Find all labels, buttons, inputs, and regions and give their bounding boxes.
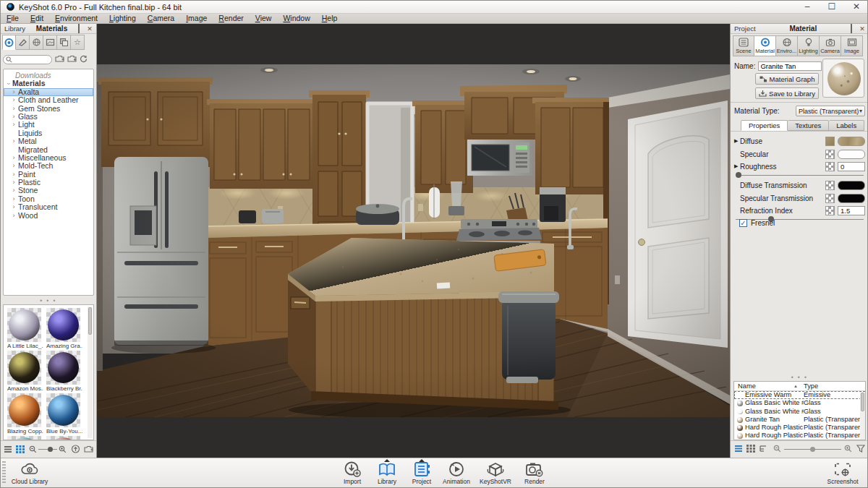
tree-item-plastic[interactable]: ›Plastic [4, 179, 93, 187]
zoom-in-icon[interactable] [59, 443, 67, 456]
material-row[interactable]: Glass Basic White #1 Glass [734, 399, 865, 407]
tree-item-glass[interactable]: ›Glass [4, 113, 93, 121]
maximize-button[interactable]: ☐ [820, 1, 844, 13]
grid-view-icon[interactable] [16, 443, 25, 456]
library-search-input[interactable] [12, 56, 48, 63]
tree-item-metal[interactable]: ›Metal [4, 137, 93, 145]
material-preview[interactable] [822, 59, 864, 98]
roughness-texture-checker[interactable] [825, 162, 835, 171]
cloud-library-button[interactable]: Cloud Library [8, 461, 51, 485]
filter-icon[interactable] [856, 445, 865, 454]
zoom-out-icon[interactable] [29, 443, 37, 456]
diffuse-texture-chip[interactable] [825, 137, 835, 146]
material-thumb[interactable]: Blackberry Br... [46, 351, 82, 392]
refraction-index-value[interactable]: 1.5 [838, 206, 865, 215]
menu-lighting[interactable]: Lighting [103, 14, 142, 23]
menu-image[interactable]: Image [180, 14, 213, 23]
menu-camera[interactable]: Camera [142, 14, 180, 23]
tab-lighting[interactable]: Lighting [798, 35, 820, 56]
expander-icon[interactable]: › [11, 170, 17, 178]
tree-view-icon[interactable] [759, 445, 767, 454]
tree-item-light[interactable]: ›Light [4, 121, 93, 129]
material-thumb[interactable]: A Little Lilac_... [7, 308, 43, 349]
menu-render[interactable]: Render [213, 14, 249, 23]
tab-image[interactable]: Image [841, 35, 863, 56]
materials-list-scrollbar[interactable] [860, 392, 865, 440]
refraction-index-checker[interactable] [825, 206, 835, 215]
undock-icon[interactable] [75, 25, 83, 33]
menu-environment[interactable]: Environment [49, 14, 103, 23]
undock-icon[interactable] [847, 25, 856, 33]
column-type[interactable]: Type [804, 382, 865, 390]
thumbnail-scrollbar[interactable] [88, 307, 93, 438]
refresh-icon[interactable] [80, 53, 88, 66]
tab-camera[interactable]: Camera [820, 35, 841, 56]
list-view-icon[interactable] [4, 443, 12, 456]
expander-icon[interactable]: › [11, 104, 17, 112]
expand-icon[interactable]: ▶ [734, 138, 739, 144]
specular-texture-checker[interactable] [825, 150, 835, 159]
minimize-button[interactable]: – [795, 1, 820, 13]
expand-icon[interactable]: ▶ [734, 163, 739, 169]
expander-icon[interactable]: › [11, 121, 17, 129]
expander-icon[interactable]: › [11, 179, 17, 187]
fresnel-checkbox[interactable]: ✓ [739, 219, 747, 227]
library-button[interactable]: Library [370, 461, 404, 488]
roughness-slider[interactable] [731, 172, 868, 179]
realtime-viewport[interactable] [97, 24, 730, 458]
list-view-icon[interactable] [734, 445, 743, 454]
library-search-box[interactable] [3, 55, 52, 64]
specular-transmission-swatch[interactable] [838, 194, 865, 203]
material-thumb[interactable]: Amazon Mos... [7, 351, 43, 392]
toolbar-drag-handle[interactable] [2, 461, 6, 484]
library-tab-backplates[interactable] [43, 35, 57, 50]
render-button[interactable]: Render [518, 461, 551, 488]
zoom-out-icon[interactable] [773, 445, 781, 454]
tree-item-translucent[interactable]: ›Translucent [4, 203, 93, 211]
import-button[interactable]: Import [336, 461, 369, 488]
close-panel-icon[interactable]: ✕ [858, 25, 867, 33]
material-name-input[interactable] [758, 61, 822, 71]
expander-icon[interactable]: › [11, 112, 17, 120]
upload-icon[interactable] [71, 443, 80, 456]
zoom-in-icon[interactable] [844, 445, 852, 454]
diffuse-transmission-checker[interactable] [825, 181, 835, 190]
expander-icon[interactable]: › [11, 162, 17, 170]
tab-scene[interactable]: Scene [733, 35, 754, 56]
import-folder-icon[interactable] [67, 53, 77, 66]
tab-material[interactable]: Material [754, 35, 776, 56]
material-row[interactable]: Hard Rough Plastic Beige #1 Plastic (Tra… [734, 432, 865, 440]
tree-item-cloth-and-leather[interactable]: ›Cloth and Leather [4, 96, 93, 104]
row-size-slider[interactable] [784, 449, 841, 450]
expander-icon[interactable]: › [11, 187, 17, 194]
tree-item-paint[interactable]: ›Paint [4, 171, 93, 179]
thumbnail-size-slider[interactable] [38, 449, 57, 450]
subtab-textures[interactable]: Textures [788, 120, 829, 131]
panel-splitter-dots[interactable]: ▪ ▪ ▪ [1, 298, 96, 304]
material-graph-button[interactable]: Material Graph [755, 73, 819, 85]
expander-icon[interactable]: › [11, 87, 17, 95]
tree-item-mold-tech[interactable]: ›Mold-Tech [4, 162, 93, 170]
animation-button[interactable]: Animation [440, 461, 473, 488]
subtab-labels[interactable]: Labels [829, 120, 864, 131]
menu-view[interactable]: View [250, 14, 278, 23]
expander-icon[interactable]: › [4, 81, 12, 87]
material-row[interactable]: Hard Rough Plastic Beige Plastic (Transp… [734, 424, 865, 432]
subtab-properties[interactable]: Properties [741, 120, 788, 131]
close-button[interactable]: ✕ [844, 1, 868, 13]
material-thumb[interactable]: Blue By-You... [46, 393, 82, 435]
tree-item-gem-stones[interactable]: ›Gem Stones [4, 105, 93, 113]
tree-root-materials[interactable]: › Materials [4, 80, 93, 87]
library-tab-environments[interactable] [30, 35, 43, 50]
library-tab-textures[interactable] [57, 35, 71, 50]
library-tab-colors[interactable] [16, 35, 30, 50]
tree-item-liquids[interactable]: ›Liquids [4, 129, 93, 137]
menu-window[interactable]: Window [277, 14, 315, 23]
menu-file[interactable]: File [1, 14, 25, 23]
material-row[interactable]: Emissive Warm Emissive [734, 391, 865, 399]
close-panel-icon[interactable]: ✕ [85, 25, 94, 33]
expander-icon[interactable]: › [11, 211, 17, 219]
expander-icon[interactable]: › [11, 194, 17, 202]
kitchen-render[interactable] [97, 64, 730, 417]
menu-help[interactable]: Help [316, 14, 344, 23]
